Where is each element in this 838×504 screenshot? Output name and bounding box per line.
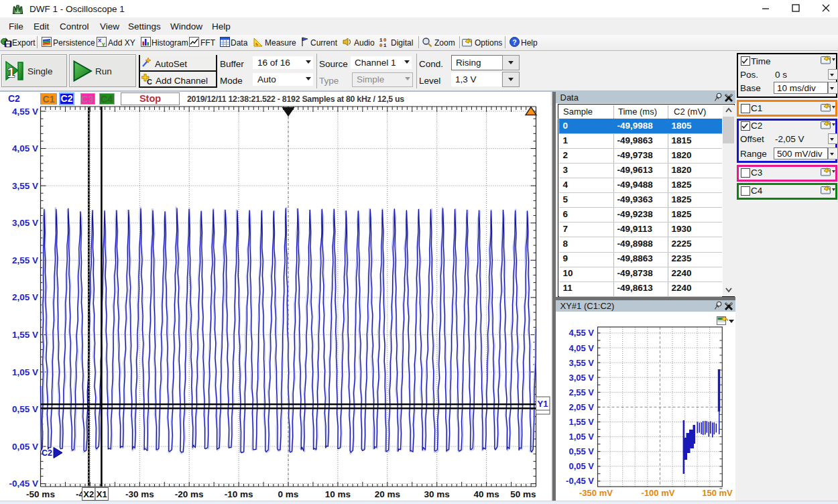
- svg-text:-100 mV: -100 mV: [642, 488, 675, 498]
- svg-text:1,55 V: 1,55 V: [568, 417, 594, 427]
- svg-text:-0,45 V: -0,45 V: [566, 476, 594, 486]
- svg-text:0,55 V: 0,55 V: [568, 446, 594, 456]
- svg-text:-350 mV: -350 mV: [579, 488, 613, 498]
- svg-text:1,05 V: 1,05 V: [568, 432, 594, 442]
- svg-text:3,55 V: 3,55 V: [568, 358, 594, 368]
- svg-text:1,55 V: 1,55 V: [12, 330, 38, 340]
- svg-text:-10 ms: -10 ms: [225, 489, 253, 499]
- svg-text:2,55 V: 2,55 V: [568, 387, 594, 397]
- svg-text:3,05 V: 3,05 V: [568, 373, 594, 383]
- svg-text:-0,45 V: -0,45 V: [9, 479, 38, 489]
- svg-text:0,05 V: 0,05 V: [568, 461, 594, 471]
- svg-text:X2: X2: [83, 489, 94, 499]
- svg-text:4,05 V: 4,05 V: [12, 143, 38, 153]
- svg-text:4,55 V: 4,55 V: [12, 107, 38, 117]
- svg-text:2,55 V: 2,55 V: [12, 255, 38, 265]
- svg-text:C2: C2: [42, 448, 52, 458]
- svg-text:Y1: Y1: [538, 399, 548, 409]
- svg-text:-50 ms: -50 ms: [26, 489, 55, 499]
- svg-text:150 mV: 150 mV: [702, 488, 733, 498]
- svg-text:3,55 V: 3,55 V: [12, 181, 38, 191]
- svg-text:20 ms: 20 ms: [375, 489, 400, 499]
- svg-text:4,05 V: 4,05 V: [568, 343, 594, 353]
- svg-text:-30 ms: -30 ms: [125, 489, 154, 499]
- svg-text:0,05 V: 0,05 V: [12, 442, 38, 452]
- svg-text:X1: X1: [97, 489, 107, 499]
- svg-text:2,05 V: 2,05 V: [568, 402, 594, 412]
- svg-text:40 ms: 40 ms: [473, 489, 499, 499]
- svg-text:-20 ms: -20 ms: [175, 489, 204, 499]
- svg-text:50 ms: 50 ms: [510, 489, 536, 499]
- svg-text:0,55 V: 0,55 V: [12, 404, 38, 414]
- svg-text:4,55 V: 4,55 V: [568, 328, 594, 338]
- svg-text:30 ms: 30 ms: [424, 489, 450, 499]
- svg-text:10 ms: 10 ms: [325, 489, 351, 499]
- svg-text:2,05 V: 2,05 V: [12, 292, 38, 302]
- svg-text:0 ms: 0 ms: [278, 489, 299, 499]
- svg-text:3,05 V: 3,05 V: [12, 218, 38, 228]
- svg-text:1,05 V: 1,05 V: [12, 367, 38, 377]
